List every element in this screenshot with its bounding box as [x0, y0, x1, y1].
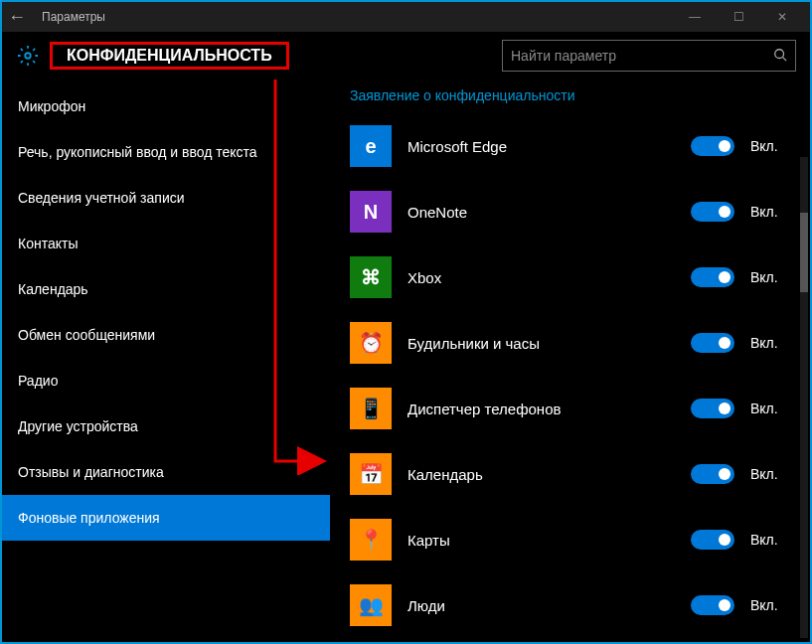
gear-icon [16, 44, 40, 68]
toggle-state-label: Вкл. [750, 597, 790, 613]
maximize-button[interactable]: ☐ [717, 2, 760, 32]
app-row: 📅КалендарьВкл. [350, 441, 790, 507]
minimize-button[interactable]: — [673, 2, 717, 32]
page-title-highlight: КОНФИДЕНЦИАЛЬНОСТЬ [50, 42, 289, 70]
privacy-statement-link[interactable]: Заявление о конфиденциальности [350, 87, 790, 103]
phone-companion-icon: 📱 [350, 388, 392, 429]
content-panel: Заявление о конфиденциальности eMicrosof… [330, 80, 810, 642]
app-row: 👥ЛюдиВкл. [350, 572, 790, 638]
sidebar-item-5[interactable]: Обмен сообщениями [2, 312, 330, 358]
scroll-thumb[interactable] [800, 213, 808, 292]
app-row: ⌘XboxВкл. [350, 244, 790, 310]
titlebar: ← Параметры — ☐ ✕ [2, 2, 810, 32]
toggle-switch[interactable] [691, 464, 734, 484]
app-name-label: Календарь [407, 466, 675, 483]
toggle-switch[interactable] [691, 202, 734, 222]
sidebar-item-3[interactable]: Контакты [2, 221, 330, 266]
toggle-switch[interactable] [691, 267, 734, 287]
alarm-icon: ⏰ [350, 322, 392, 364]
sidebar-item-label: Другие устройства [18, 418, 138, 434]
search-box[interactable] [502, 40, 796, 72]
toggle-state-label: Вкл. [750, 466, 790, 482]
sidebar-item-1[interactable]: Речь, рукописный ввод и ввод текста [2, 129, 330, 175]
sidebar-item-label: Контакты [18, 236, 78, 251]
svg-point-0 [25, 53, 31, 59]
window-title: Параметры [42, 10, 105, 24]
toggle-switch[interactable] [691, 530, 734, 550]
sidebar-item-label: Микрофон [18, 98, 85, 114]
sidebar-item-2[interactable]: Сведения учетной записи [2, 175, 330, 221]
toggle-state-label: Вкл. [750, 335, 790, 351]
toggle-switch[interactable] [691, 399, 734, 418]
toggle-state-label: Вкл. [750, 204, 790, 220]
page-title: КОНФИДЕНЦИАЛЬНОСТЬ [59, 45, 280, 67]
body: МикрофонРечь, рукописный ввод и ввод тек… [2, 80, 810, 642]
app-row: 📍КартыВкл. [350, 507, 790, 572]
sidebar-item-0[interactable]: Микрофон [2, 83, 330, 129]
svg-point-1 [775, 49, 784, 58]
sidebar-item-label: Радио [18, 373, 58, 389]
app-row: 🛍МагазинВкл. [350, 638, 790, 642]
app-name-label: Карты [407, 532, 675, 549]
app-name-label: Диспетчер телефонов [407, 401, 675, 417]
sidebar-item-7[interactable]: Другие устройства [2, 403, 330, 449]
sidebar-item-4[interactable]: Календарь [2, 266, 330, 312]
app-name-label: Люди [407, 597, 675, 614]
edge-icon: e [350, 125, 392, 167]
app-name-label: OneNote [407, 204, 675, 221]
toggle-state-label: Вкл. [750, 532, 790, 548]
app-name-label: Xbox [407, 269, 675, 286]
toggle-state-label: Вкл. [750, 401, 790, 416]
sidebar-item-label: Календарь [18, 281, 88, 297]
sidebar-item-label: Обмен сообщениями [18, 327, 155, 343]
calendar-icon: 📅 [350, 453, 392, 495]
toggle-switch[interactable] [691, 333, 734, 353]
search-icon [773, 48, 787, 65]
toggle-state-label: Вкл. [750, 138, 790, 154]
sidebar-item-label: Фоновые приложения [18, 510, 160, 526]
maps-icon: 📍 [350, 519, 392, 561]
search-input[interactable] [511, 48, 773, 64]
toggle-state-label: Вкл. [750, 269, 790, 285]
app-row: ⏰Будильники и часыВкл. [350, 310, 790, 376]
toggle-switch[interactable] [691, 136, 734, 156]
app-row: NOneNoteВкл. [350, 179, 790, 244]
toggle-switch[interactable] [691, 595, 734, 615]
close-button[interactable]: ✕ [760, 2, 804, 32]
sidebar-item-6[interactable]: Радио [2, 358, 330, 403]
sidebar-item-label: Сведения учетной записи [18, 190, 185, 206]
sidebar-item-label: Отзывы и диагностика [18, 464, 164, 480]
sidebar-item-label: Речь, рукописный ввод и ввод текста [18, 144, 257, 160]
sidebar: МикрофонРечь, рукописный ввод и ввод тек… [2, 80, 330, 642]
sidebar-item-9[interactable]: Фоновые приложения [2, 495, 330, 541]
app-row: 📱Диспетчер телефоновВкл. [350, 376, 790, 441]
header: КОНФИДЕНЦИАЛЬНОСТЬ [2, 32, 810, 80]
settings-window: ← Параметры — ☐ ✕ КОНФИДЕНЦИАЛЬНОСТЬ Мик… [0, 0, 812, 644]
people-icon: 👥 [350, 584, 392, 626]
back-button[interactable]: ← [8, 7, 38, 28]
xbox-icon: ⌘ [350, 256, 392, 298]
app-name-label: Microsoft Edge [407, 138, 675, 155]
content-scrollbar[interactable] [800, 157, 808, 638]
onenote-icon: N [350, 191, 392, 233]
sidebar-item-8[interactable]: Отзывы и диагностика [2, 449, 330, 495]
app-row: eMicrosoft EdgeВкл. [350, 113, 790, 179]
app-name-label: Будильники и часы [407, 335, 675, 352]
